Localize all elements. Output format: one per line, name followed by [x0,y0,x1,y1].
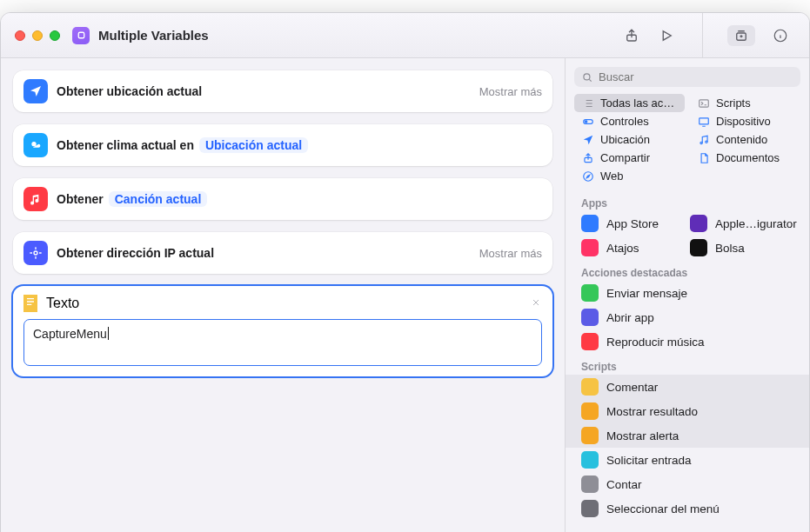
titlebar: Multiple Variables [1,13,809,58]
category-grid: Todas las acci...ScriptsControlesDisposi… [566,94,809,190]
script-action[interactable]: Comentar [566,375,809,399]
svg-point-4 [31,142,36,146]
category-label: Contenido [716,133,767,146]
apps-grid: App StoreApple…iguratorAtajosBolsa [566,211,809,260]
action-label: Obtener ubicación actual [57,84,202,98]
script-action[interactable]: Solicitar entrada [566,448,809,472]
app-item[interactable]: Bolsa [674,236,809,260]
app-label: Bolsa [715,242,745,255]
action-get-ip[interactable]: Obtener dirección IP actual Mostrar más [13,232,552,274]
variable-pill[interactable]: Canción actual [109,191,208,207]
action-icon [581,402,599,420]
action-icon [581,451,599,469]
safari-icon [581,170,594,183]
app-item[interactable]: Atajos [566,236,674,260]
music-icon [23,187,48,211]
action-icon [581,309,599,326]
svg-rect-0 [78,32,84,38]
action-get-song[interactable]: Obtener Canción actual [13,178,552,220]
minimize-window-button[interactable] [32,30,43,41]
info-button[interactable] [771,26,790,45]
action-icon [581,378,599,396]
category-label: Todas las acci... [600,96,678,110]
category-item[interactable]: Scripts [690,94,800,112]
category-item[interactable]: Documentos [690,149,800,167]
action-icon [581,427,599,444]
text-caret [108,327,109,340]
section-header-apps: Apps [566,190,809,211]
action-label: Mostrar resultado [606,405,698,418]
action-text[interactable]: Texto CaptureMenu [13,286,552,376]
window: Multiple Variables Obtener ubicaci [0,12,810,532]
switch-icon [581,115,594,128]
actions-library: Todas las acci...ScriptsControlesDisposi… [565,58,809,532]
show-more-button[interactable]: Mostrar más [471,85,542,98]
traffic-lights [15,30,60,41]
workflow-editor[interactable]: Obtener ubicación actual Mostrar más Obt… [1,58,565,532]
note-icon [697,133,710,146]
category-item[interactable]: Controles [574,112,685,130]
category-label: Controles [600,115,649,128]
script-action[interactable]: Mostrar resultado [566,399,809,423]
script-action[interactable]: Mostrar alerta [566,423,809,448]
show-more-button[interactable]: Mostrar más [471,247,542,260]
action-get-location[interactable]: Obtener ubicación actual Mostrar más [13,70,552,112]
action-get-weather[interactable]: Obtener clima actual en Ubicación actual [13,124,552,166]
display-icon [697,115,710,128]
variable-pill[interactable]: Ubicación actual [199,137,308,153]
nav-icon [581,133,594,146]
remove-action-button[interactable] [528,295,544,310]
action-icon [581,475,599,493]
action-label: Obtener dirección IP actual [57,246,214,260]
app-item[interactable]: Apple…igurator [674,211,809,236]
category-item[interactable]: Todas las acci... [574,94,685,112]
action-icon [581,500,599,517]
category-label: Scripts [716,96,751,110]
app-label: Atajos [606,242,639,255]
run-button[interactable] [657,26,676,45]
app-item[interactable]: App Store [566,211,674,236]
action-icon [581,284,599,302]
category-item[interactable]: Dispositivo [690,112,800,130]
library-toggle-button[interactable] [727,25,755,46]
svg-point-11 [700,142,701,143]
section-header-featured: Acciones destacadas [566,260,809,281]
text-input[interactable]: CaptureMenu [23,319,542,366]
action-label: Reproducir música [606,336,705,349]
svg-rect-7 [699,99,708,106]
featured-action[interactable]: Abrir app [566,305,809,329]
category-item[interactable]: Ubicación [574,130,685,149]
script-action[interactable]: Seleccionar del menú [566,496,809,521]
location-icon [23,79,48,103]
category-label: Web [600,170,624,183]
text-value: CaptureMenu [33,327,107,341]
search-icon [581,71,593,83]
action-icon [581,333,599,350]
action-label: Obtener [57,192,104,206]
scripts-list: ComentarMostrar resultadoMostrar alertaS… [566,375,809,521]
featured-action[interactable]: Enviar mensaje [566,281,809,305]
svg-point-6 [584,73,590,79]
app-icon [581,215,599,232]
action-label: Mostrar alerta [606,429,679,442]
weather-icon [23,133,48,157]
search-field[interactable] [574,67,800,87]
action-label: Contar [606,478,642,491]
network-icon [23,241,48,265]
svg-point-14 [583,171,592,181]
category-item[interactable]: Contenido [690,130,800,149]
zoom-window-button[interactable] [50,30,60,41]
close-window-button[interactable] [15,30,25,41]
app-label: App Store [606,217,659,230]
svg-rect-10 [699,117,708,123]
category-item[interactable]: Web [574,167,685,185]
category-item[interactable]: Compartir [574,149,685,167]
featured-action[interactable]: Reproducir música [566,329,809,354]
svg-point-9 [585,120,586,122]
svg-point-5 [34,251,37,255]
script-action[interactable]: Contar [566,472,809,496]
section-header-scripts: Scripts [566,354,809,375]
svg-point-12 [705,141,706,143]
search-input[interactable] [599,70,793,83]
share-button[interactable] [622,26,641,45]
